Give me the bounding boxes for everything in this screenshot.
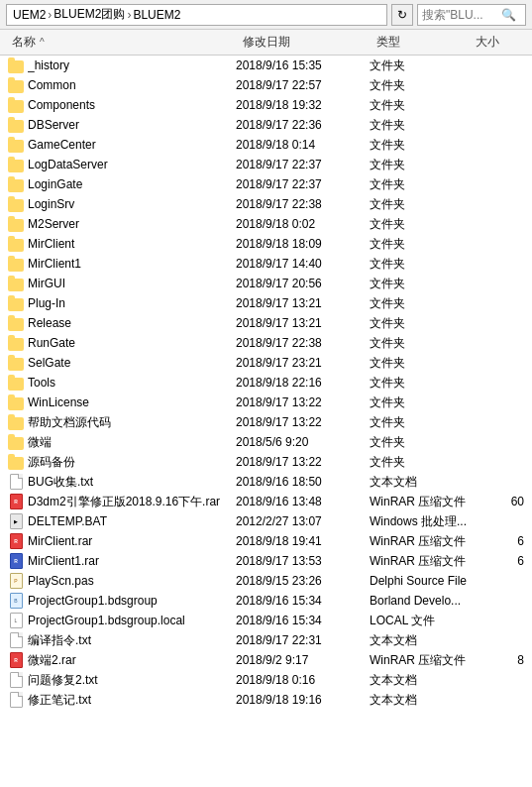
file-name: ProjectGroup1.bdsgroup.local	[28, 614, 236, 627]
address-bar: UEM2 › BLUEM2团购 › BLUEM2 ↻ 🔍	[0, 0, 532, 30]
list-item[interactable]: Plug-In2018/9/17 13:21文件夹	[0, 293, 532, 313]
sort-arrow: ^	[40, 37, 45, 48]
file-date: 2012/2/27 13:07	[236, 514, 370, 528]
rar-icon-blue: R	[10, 553, 23, 569]
file-type: WinRAR 压缩文件	[370, 494, 469, 510]
folder-icon	[8, 338, 24, 351]
rar-icon: R	[10, 533, 23, 549]
refresh-button[interactable]: ↻	[391, 4, 413, 26]
col-header-type[interactable]: 类型	[376, 34, 476, 51]
list-item[interactable]: RD3dm2引擎修正版2018.9.16下午.rar2018/9/16 13:4…	[0, 492, 532, 511]
file-date: 2018/9/16 15:34	[236, 614, 370, 627]
list-item[interactable]: LoginGate2018/9/17 22:37文件夹	[0, 174, 532, 194]
list-item[interactable]: MirGUI2018/9/17 20:56文件夹	[0, 274, 532, 293]
file-type: 文件夹	[370, 276, 469, 292]
file-date: 2018/9/17 22:57	[236, 78, 370, 92]
list-item[interactable]: WinLicense2018/9/17 13:22文件夹	[0, 393, 532, 412]
file-type: 文件夹	[370, 394, 469, 411]
file-name: Tools	[28, 376, 236, 390]
document-icon	[10, 474, 23, 490]
list-item[interactable]: 源码备份2018/9/17 13:22文件夹	[0, 452, 532, 472]
folder-icon	[8, 318, 24, 331]
search-icon[interactable]: 🔍	[501, 8, 516, 22]
file-name: LoginSrv	[28, 197, 236, 211]
file-size: 6	[469, 534, 532, 548]
list-item[interactable]: LProjectGroup1.bdsgroup.local2018/9/16 1…	[0, 611, 532, 630]
folder-icon	[8, 417, 24, 430]
file-type: WinRAR 压缩文件	[370, 553, 469, 570]
file-name: DELTEMP.BAT	[28, 514, 236, 528]
list-item[interactable]: GameCenter2018/9/18 0:14文件夹	[0, 135, 532, 155]
file-date: 2018/5/6 9:20	[236, 435, 370, 449]
file-size: 60	[469, 495, 532, 508]
list-item[interactable]: Tools2018/9/18 22:16文件夹	[0, 373, 532, 393]
list-item[interactable]: BProjectGroup1.bdsgroup2018/9/16 15:34Bo…	[0, 591, 532, 611]
list-item[interactable]: LoginSrv2018/9/17 22:38文件夹	[0, 194, 532, 214]
file-name: MirClient1.rar	[28, 554, 236, 568]
list-item[interactable]: Components2018/9/18 19:32文件夹	[0, 95, 532, 115]
file-date: 2018/9/16 15:35	[236, 58, 370, 72]
file-date: 2018/9/18 19:32	[236, 98, 370, 112]
list-item[interactable]: RMirClient1.rar2018/9/17 13:53WinRAR 压缩文…	[0, 551, 532, 571]
path-part-3[interactable]: BLUEM2	[133, 8, 180, 22]
file-name: 帮助文档源代码	[28, 414, 236, 431]
search-input[interactable]	[422, 8, 501, 22]
list-item[interactable]: LogDataServer2018/9/17 22:37文件夹	[0, 155, 532, 174]
file-name: DBServer	[28, 118, 236, 132]
file-type: 文件夹	[370, 57, 469, 74]
file-type: 文件夹	[370, 295, 469, 312]
col-header-name[interactable]: 名称 ^	[0, 34, 243, 51]
file-name: WinLicense	[28, 395, 236, 409]
file-date: 2018/9/17 23:21	[236, 356, 370, 370]
list-item[interactable]: 修正笔记.txt2018/9/18 19:16文本文档	[0, 690, 532, 710]
file-name: 源码备份	[28, 454, 236, 471]
folder-icon	[8, 378, 24, 391]
list-item[interactable]: SelGate2018/9/17 23:21文件夹	[0, 353, 532, 373]
list-item[interactable]: RMirClient.rar2018/9/18 19:41WinRAR 压缩文件…	[0, 531, 532, 551]
folder-icon	[8, 80, 24, 93]
list-item[interactable]: BUG收集.txt2018/9/16 18:50文本文档	[0, 472, 532, 492]
file-type: 文件夹	[370, 117, 469, 134]
file-type: 文件夹	[370, 355, 469, 372]
file-name: MirClient	[28, 237, 236, 251]
list-item[interactable]: MirClient2018/9/18 18:09文件夹	[0, 234, 532, 254]
list-item[interactable]: 问题修复2.txt2018/9/18 0:16文本文档	[0, 670, 532, 690]
file-name: Release	[28, 316, 236, 330]
list-item[interactable]: DBServer2018/9/17 22:36文件夹	[0, 115, 532, 135]
list-item[interactable]: R微端2.rar2018/9/2 9:17WinRAR 压缩文件8	[0, 650, 532, 670]
list-item[interactable]: 编译指令.txt2018/9/17 22:31文本文档	[0, 630, 532, 650]
file-name: GameCenter	[28, 138, 236, 152]
file-type: Windows 批处理...	[370, 513, 469, 530]
pas-icon: P	[10, 573, 23, 589]
file-date: 2018/9/17 22:38	[236, 197, 370, 211]
path-part-2[interactable]: BLUEM2团购	[53, 6, 125, 23]
col-header-size[interactable]: 大小	[476, 34, 532, 51]
list-item[interactable]: M2Server2018/9/18 0:02文件夹	[0, 214, 532, 234]
file-name: 问题修复2.txt	[28, 672, 236, 689]
file-date: 2018/9/17 13:22	[236, 455, 370, 469]
list-item[interactable]: 帮助文档源代码2018/9/17 13:22文件夹	[0, 412, 532, 432]
list-item[interactable]: RunGate2018/9/17 22:38文件夹	[0, 333, 532, 353]
list-item[interactable]: _history2018/9/16 15:35文件夹	[0, 56, 532, 75]
address-path[interactable]: UEM2 › BLUEM2团购 › BLUEM2	[6, 4, 387, 26]
list-item[interactable]: 微端2018/5/6 9:20文件夹	[0, 432, 532, 452]
file-type: 文件夹	[370, 236, 469, 253]
list-item[interactable]: Common2018/9/17 22:57文件夹	[0, 75, 532, 95]
search-bar[interactable]: 🔍	[417, 4, 526, 26]
file-date: 2018/9/17 20:56	[236, 277, 370, 290]
col-header-date[interactable]: 修改日期	[243, 34, 376, 51]
list-item[interactable]: PPlayScn.pas2018/9/15 23:26Delphi Source…	[0, 571, 532, 591]
file-type: 文件夹	[370, 434, 469, 451]
file-date: 2018/9/17 13:22	[236, 415, 370, 429]
list-item[interactable]: Release2018/9/17 13:21文件夹	[0, 313, 532, 333]
file-name: 编译指令.txt	[28, 632, 236, 649]
file-type: 文件夹	[370, 335, 469, 352]
file-date: 2018/9/18 0:16	[236, 673, 370, 687]
file-type: 文件夹	[370, 256, 469, 273]
list-item[interactable]: ▶DELTEMP.BAT2012/2/27 13:07Windows 批处理..…	[0, 511, 532, 531]
path-part-1[interactable]: UEM2	[13, 8, 46, 22]
list-item[interactable]: MirClient12018/9/17 14:40文件夹	[0, 254, 532, 274]
file-date: 2018/9/17 13:21	[236, 316, 370, 330]
file-name: MirClient1	[28, 257, 236, 271]
file-name: 微端2.rar	[28, 652, 236, 669]
